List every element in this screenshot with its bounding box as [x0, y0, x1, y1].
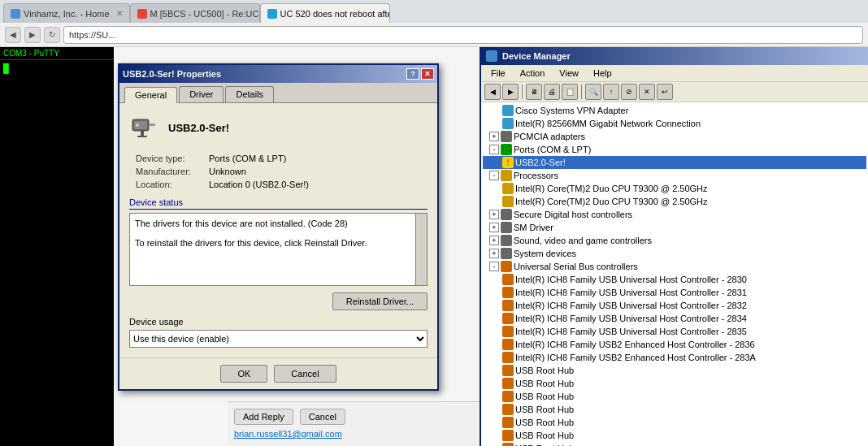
tree-label-usb-root-3: USB Root Hub	[515, 392, 574, 401]
tree-expander-ports[interactable]: -	[489, 145, 499, 154]
dm-update-btn[interactable]: ↑	[603, 84, 619, 100]
dm-scan-btn[interactable]: 🔍	[585, 84, 601, 100]
prop-value-device-type: Ports (COM & LPT)	[209, 154, 286, 163]
tree-icon-cisco	[502, 105, 514, 116]
tree-icon-pcmcia	[501, 131, 512, 142]
tree-expander-processors[interactable]: -	[489, 171, 499, 180]
dm-uninstall-btn[interactable]: ✕	[639, 84, 655, 100]
back-button[interactable]: ◀	[5, 27, 21, 43]
usage-select[interactable]: Use this device (enable)Do not use this …	[129, 330, 427, 348]
dm-device-tree[interactable]: Cisco Systems VPN Adapter Intel(R) 82566…	[481, 102, 868, 446]
tree-item-usb-root-3[interactable]: USB Root Hub	[483, 390, 866, 403]
tree-item-smdriver[interactable]: + SM Driver	[483, 221, 866, 234]
tree-label-processors: Processors	[514, 171, 558, 180]
tree-item-sound[interactable]: + Sound, video and game controllers	[483, 234, 866, 247]
reinstall-driver-button[interactable]: Reinstall Driver...	[332, 292, 427, 310]
tree-item-ich8-2831[interactable]: Intel(R) ICH8 Family USB Universal Host …	[483, 286, 866, 299]
tree-label-usb2ser: USB2.0-Ser!	[515, 158, 566, 167]
forward-button[interactable]: ▶	[24, 27, 41, 43]
tree-item-usb-root-5[interactable]: USB Root Hub	[483, 416, 866, 429]
tree-item-cpu1[interactable]: Intel(R) Core(TM)2 Duo CPU T9300 @ 2.50G…	[483, 182, 866, 195]
tree-label-usb-root-6: USB Root Hub	[515, 431, 574, 440]
tree-item-usb2ser[interactable]: ! USB2.0-Ser!	[483, 156, 866, 169]
tree-item-ich8-2836[interactable]: Intel(R) ICH8 Family USB2 Enhanced Host …	[483, 338, 866, 351]
tree-expander-sdhost[interactable]: +	[489, 210, 499, 219]
tree-item-sdhost[interactable]: + Secure Digital host controllers	[483, 208, 866, 221]
dm-rollback-btn[interactable]: ↩	[657, 84, 673, 100]
tab-label-3: UC 520 does not reboot afte...	[280, 9, 390, 19]
tree-item-usb-root-2[interactable]: USB Root Hub	[483, 377, 866, 390]
usage-label: Device usage	[129, 317, 427, 327]
dialog-close-button[interactable]: ✕	[421, 68, 434, 80]
dm-properties-btn[interactable]: 📋	[562, 84, 578, 100]
tree-item-ich8-283a[interactable]: Intel(R) ICH8 Family USB2 Enhanced Host …	[483, 351, 866, 364]
dm-disable-btn[interactable]: ⊘	[621, 84, 637, 100]
status-line-1: The drivers for this device are not inst…	[135, 219, 409, 228]
browser-tab-2[interactable]: M [5BCS - UC500] - Re:UC 520 ✕	[130, 3, 260, 23]
tab-details[interactable]: Details	[225, 86, 274, 102]
tree-item-usb-root-1[interactable]: USB Root Hub	[483, 364, 866, 377]
dialog-tab-bar: General Driver Details	[119, 83, 437, 103]
tree-item-usb-root-4[interactable]: USB Root Hub	[483, 403, 866, 416]
tree-item-usb-root-7[interactable]: USB Root Hub	[483, 442, 866, 446]
tree-label-ich8-2836: Intel(R) ICH8 Family USB2 Enhanced Host …	[515, 340, 755, 349]
tree-expander-system[interactable]: +	[489, 249, 499, 258]
tab-favicon-2	[137, 9, 147, 19]
ok-button[interactable]: OK	[220, 365, 267, 383]
browser-tab-1[interactable]: Vinhamz, Inc. - Home ✕	[3, 3, 130, 23]
tree-expander-sound[interactable]: +	[489, 236, 499, 245]
tree-item-ich8-2835[interactable]: Intel(R) ICH8 Family USB Universal Host …	[483, 325, 866, 338]
tree-item-usb-controllers[interactable]: - Universal Serial Bus controllers	[483, 260, 866, 273]
address-input[interactable]	[63, 26, 863, 44]
dm-computer-btn[interactable]: 🖥	[526, 84, 542, 100]
dm-print-btn[interactable]: 🖨	[544, 84, 560, 100]
device-manager-panel: Device Manager File Action View Help ◀ ▶…	[480, 47, 868, 446]
tree-item-usb-root-6[interactable]: USB Root Hub	[483, 429, 866, 442]
dm-toolbar: ◀ ▶ 🖥 🖨 📋 🔍 ↑ ⊘ ✕ ↩	[481, 82, 868, 102]
tab-close-1[interactable]: ✕	[116, 9, 123, 18]
usage-section: Device usage Use this device (enable)Do …	[129, 317, 427, 348]
dm-back-btn[interactable]: ◀	[484, 84, 501, 100]
dm-titlebar: Device Manager	[481, 47, 868, 65]
tree-item-intel-network[interactable]: Intel(R) 82566MM Gigabit Network Connect…	[483, 117, 866, 130]
cancel-button[interactable]: Cancel	[274, 365, 336, 383]
tree-icon-usb-root-1	[502, 365, 514, 376]
tree-item-system[interactable]: + System devices	[483, 247, 866, 260]
tree-label-pcmcia: PCMCIA adapters	[514, 132, 585, 141]
tree-item-ports[interactable]: - Ports (COM & LPT)	[483, 143, 866, 156]
tree-icon-usb-ctrl	[501, 261, 512, 272]
title-buttons: ? ✕	[406, 68, 434, 80]
tree-item-ich8-2830[interactable]: Intel(R) ICH8 Family USB Universal Host …	[483, 273, 866, 286]
tree-item-cisco-vpn[interactable]: Cisco Systems VPN Adapter	[483, 104, 866, 117]
browser-tab-3[interactable]: UC 520 does not reboot afte... ✕	[260, 3, 390, 23]
tab-driver[interactable]: Driver	[179, 86, 224, 102]
tab-general[interactable]: General	[124, 87, 177, 103]
tree-icon-ich8-2834	[502, 313, 514, 324]
tree-expander-usb[interactable]: -	[489, 262, 499, 271]
tree-item-ich8-2832[interactable]: Intel(R) ICH8 Family USB Universal Host …	[483, 299, 866, 312]
tree-item-processors[interactable]: - Processors	[483, 169, 866, 182]
tree-label-cpu1: Intel(R) Core(TM)2 Duo CPU T9300 @ 2.50G…	[515, 184, 708, 193]
dm-menu-action[interactable]: Action	[514, 67, 552, 80]
tree-item-cpu2[interactable]: Intel(R) Core(TM)2 Duo CPU T9300 @ 2.50G…	[483, 195, 866, 208]
tree-expander-pcmcia[interactable]: +	[489, 132, 499, 141]
reload-button[interactable]: ↻	[44, 27, 60, 43]
tree-icon-ich8-2831	[502, 287, 514, 298]
tree-icon-intel-net	[502, 118, 514, 129]
help-button[interactable]: ?	[406, 68, 419, 80]
dm-menu-file[interactable]: File	[484, 67, 512, 80]
tree-icon-cpu1	[502, 183, 514, 194]
device-header: USB2.0-Ser!	[129, 113, 427, 142]
tree-expander-smdriver[interactable]: +	[489, 223, 499, 232]
status-scrollbar[interactable]	[415, 214, 427, 285]
tree-label-cpu2: Intel(R) Core(TM)2 Duo CPU T9300 @ 2.50G…	[515, 197, 708, 206]
dialog-content-area: USB2.0-Ser! Device type: Ports (COM & LP…	[119, 103, 437, 357]
tree-item-ich8-2834[interactable]: Intel(R) ICH8 Family USB Universal Host …	[483, 312, 866, 325]
tree-item-pcmcia[interactable]: + PCMCIA adapters	[483, 130, 866, 143]
dm-menu-view[interactable]: View	[553, 67, 585, 80]
dm-forward-btn[interactable]: ▶	[502, 84, 519, 100]
tree-icon-ich8-2835	[502, 326, 514, 337]
status-text: The drivers for this device are not inst…	[135, 219, 422, 248]
tree-icon-usb-root-6	[502, 430, 514, 441]
dm-menu-help[interactable]: Help	[587, 67, 618, 80]
